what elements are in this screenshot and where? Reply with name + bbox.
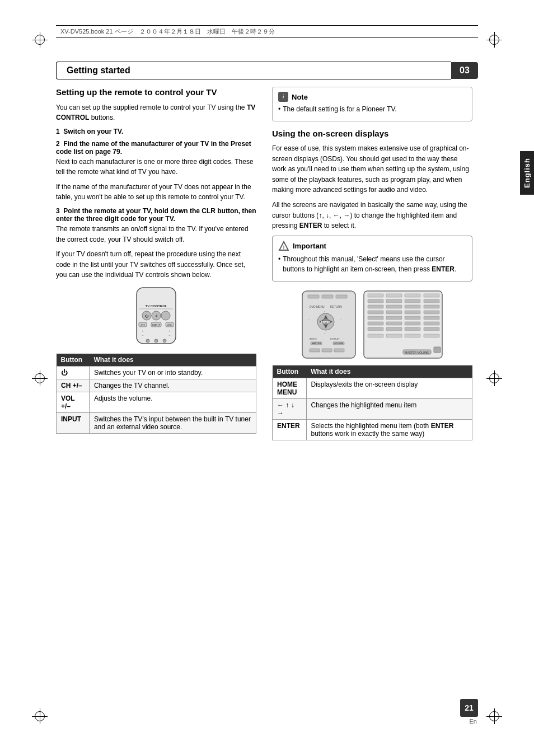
svg-rect-66 xyxy=(405,311,420,314)
svg-rect-65 xyxy=(386,311,402,314)
svg-text:DISPLAY: DISPLAY xyxy=(330,337,340,340)
button-home-menu: HOMEMENU xyxy=(273,378,307,399)
svg-rect-81 xyxy=(386,334,402,337)
left-section-title: Setting up the remote to control your TV xyxy=(56,87,256,98)
right-table-col2-header: What it does xyxy=(306,365,472,378)
svg-text:TV CONTROL: TV CONTROL xyxy=(146,304,167,308)
svg-rect-26 xyxy=(308,295,319,298)
svg-rect-55 xyxy=(424,294,439,297)
svg-rect-52 xyxy=(368,294,383,297)
table-row: CH +/– Changes the TV channel. xyxy=(57,379,256,392)
svg-rect-56 xyxy=(368,299,383,303)
table-row: ← ↑ ↓ → Changes the highlighted menu ite… xyxy=(273,399,472,420)
button-arrows-desc: Changes the highlighted menu item xyxy=(306,399,472,420)
page-lang: En xyxy=(470,718,477,725)
svg-rect-49 xyxy=(322,349,332,352)
button-input-desc: Switches the TV's input between the buil… xyxy=(89,413,256,434)
svg-rect-76 xyxy=(368,327,383,331)
registration-mark-ml xyxy=(35,373,45,383)
button-power-desc: Switches your TV on or into standby. xyxy=(89,367,256,379)
svg-rect-83 xyxy=(424,334,439,337)
note-box: i Note • The default setting is for a Pi… xyxy=(272,87,472,121)
onscreen-display-diagram: DVD MENU RETURN ENTER ← → ↑ ↓ xyxy=(272,288,472,361)
svg-text:↑: ↑ xyxy=(324,310,325,313)
important-icon: ! xyxy=(278,241,289,252)
svg-rect-68 xyxy=(368,316,383,320)
svg-rect-73 xyxy=(386,322,402,325)
right-column: i Note • The default setting is for a Pi… xyxy=(272,87,472,440)
step3-label: 3 Point the remote at your TV, hold down… xyxy=(56,207,256,223)
svg-rect-48 xyxy=(310,349,320,352)
svg-point-18 xyxy=(146,339,149,342)
svg-rect-60 xyxy=(368,305,383,308)
table-row: ENTER Selects the highlighted menu item … xyxy=(273,420,472,440)
two-column-layout: Setting up the remote to control your TV… xyxy=(56,87,472,440)
svg-point-19 xyxy=(154,339,158,342)
button-home-menu-desc: Displays/exits the on-screen display xyxy=(306,378,472,399)
svg-rect-70 xyxy=(405,316,420,320)
svg-rect-67 xyxy=(424,311,439,314)
svg-text:RETURN: RETURN xyxy=(330,305,342,308)
svg-rect-63 xyxy=(424,305,439,308)
svg-rect-78 xyxy=(405,327,420,331)
registration-mark-mr xyxy=(489,373,499,383)
svg-rect-75 xyxy=(424,322,439,325)
svg-text:←: ← xyxy=(308,318,310,321)
svg-rect-50 xyxy=(334,349,344,352)
button-power: ⏻ xyxy=(57,367,90,379)
chapter-title: Getting started xyxy=(56,62,451,79)
svg-text:ENTER: ENTER xyxy=(321,321,331,324)
file-info: XV-DV525.book 21 ページ ２００４年２月１８日 水曜日 午後２時… xyxy=(60,28,275,35)
table-row: VOL +/– Adjusts the volume. xyxy=(57,392,256,413)
button-vol: VOL +/– xyxy=(57,392,90,413)
left-intro-text: You can set up the supplied remote to co… xyxy=(56,102,256,123)
important-content: • Throughout this manual, 'Select' means… xyxy=(278,254,466,275)
svg-rect-61 xyxy=(386,305,402,308)
svg-text:INPUT: INPUT xyxy=(152,323,161,327)
right-nav-text: All the screens are navigated in basical… xyxy=(272,200,472,231)
svg-text:+: + xyxy=(142,329,144,332)
page-number: 21 xyxy=(460,699,478,717)
button-ch-desc: Changes the TV channel. xyxy=(89,379,256,392)
table-row: INPUT Switches the TV's input between th… xyxy=(57,413,256,434)
table-row: ⏻ Switches your TV on or into standby. xyxy=(57,367,256,379)
step3-detail2: If your TV doesn't turn off, repeat the … xyxy=(56,249,256,280)
svg-text:–: – xyxy=(169,334,171,337)
svg-text:→: → xyxy=(340,318,342,321)
svg-text:VOL: VOL xyxy=(167,323,172,327)
svg-text:MASTER VOLUME: MASTER VOLUME xyxy=(405,351,429,354)
svg-rect-74 xyxy=(405,322,420,325)
svg-rect-59 xyxy=(424,299,439,303)
svg-rect-54 xyxy=(405,294,420,297)
note-header: i Note xyxy=(278,92,466,102)
table-row: HOMEMENU Displays/exits the on-screen di… xyxy=(273,378,472,399)
chapter-box: Getting started 03 xyxy=(56,62,478,79)
svg-text:–: – xyxy=(142,334,144,337)
right-table-col1-header: Button xyxy=(273,365,307,378)
svg-text:MASTER: MASTER xyxy=(312,342,321,345)
svg-point-20 xyxy=(163,339,166,342)
svg-text:AUDIO: AUDIO xyxy=(310,337,317,340)
svg-text:DVD MENU: DVD MENU xyxy=(310,305,325,308)
important-header: ! Important xyxy=(278,241,466,252)
svg-text:CH: CH xyxy=(140,323,145,327)
button-enter: ENTER xyxy=(273,420,307,440)
svg-point-7 xyxy=(161,311,170,320)
registration-mark-tr xyxy=(489,35,499,45)
svg-rect-86 xyxy=(434,347,441,353)
button-arrows: ← ↑ ↓ → xyxy=(273,399,307,420)
important-title: Important xyxy=(293,242,326,250)
left-column: Setting up the remote to control your TV… xyxy=(56,87,256,440)
svg-text:!: ! xyxy=(283,245,285,250)
svg-text:+: + xyxy=(169,329,171,332)
chapter-number: 03 xyxy=(451,62,478,79)
svg-text:↓: ↓ xyxy=(324,332,325,335)
svg-rect-57 xyxy=(386,299,402,303)
registration-mark-bl xyxy=(35,711,45,721)
svg-rect-77 xyxy=(386,327,402,331)
svg-rect-64 xyxy=(368,311,383,314)
important-box: ! Important • Throughout this manual, 'S… xyxy=(272,236,472,281)
svg-rect-82 xyxy=(405,334,420,337)
registration-mark-tl xyxy=(35,35,45,45)
step1-label: 1 Switch on your TV. xyxy=(56,128,256,135)
